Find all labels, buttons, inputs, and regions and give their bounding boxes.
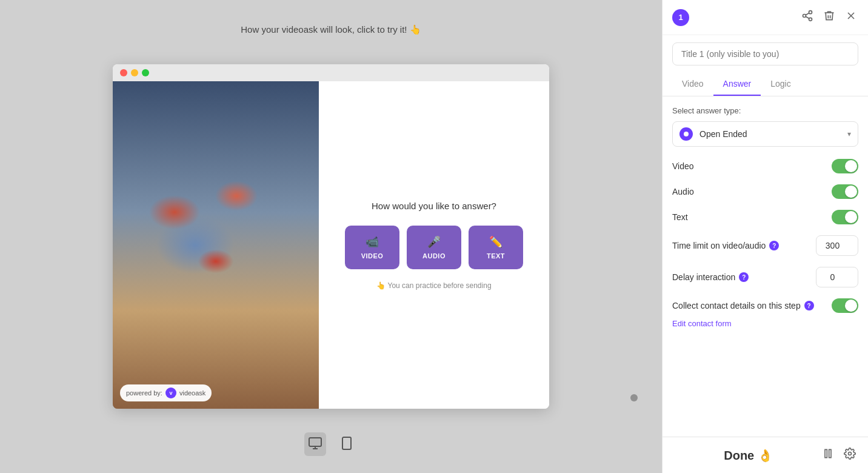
- audio-toggle[interactable]: [832, 184, 858, 199]
- audio-button-icon: 🎤: [427, 235, 441, 249]
- audio-answer-button[interactable]: 🎤 AUDIO: [407, 226, 461, 269]
- delay-label: Delay interaction ?: [672, 272, 749, 282]
- preview-area: How your videoask will look, click to tr…: [0, 0, 662, 473]
- svg-point-14: [849, 452, 852, 455]
- answer-type-wrapper: Open Ended Multiple Choice Rating Opinio…: [672, 121, 858, 147]
- videoask-label: videoask: [179, 389, 205, 397]
- practice-hint: 👆 You can practice before sending: [376, 281, 491, 290]
- collect-contact-label: Collect contact details on this step ?: [672, 301, 832, 310]
- panel-tabs: Video Answer Logic: [663, 73, 868, 96]
- video-button-icon: 📹: [366, 235, 379, 249]
- title-input[interactable]: [672, 42, 858, 65]
- audio-toggle-row: Audio: [672, 184, 858, 199]
- video-toggle-label: Video: [672, 161, 694, 171]
- svg-rect-13: [829, 449, 831, 457]
- svg-rect-0: [309, 438, 321, 446]
- dot-red: [120, 69, 127, 76]
- svg-point-7: [809, 18, 812, 21]
- view-toggle: [304, 432, 358, 456]
- panel-header: 1: [663, 0, 868, 35]
- header-icons: [800, 8, 858, 26]
- video-button-label: VIDEO: [361, 252, 384, 260]
- svg-line-9: [806, 13, 809, 15]
- answer-type-icon: [679, 127, 693, 141]
- time-limit-row: Time limit on video/audio ?: [672, 235, 858, 256]
- audio-button-label: AUDIO: [422, 252, 446, 260]
- dot-yellow: [131, 69, 138, 76]
- tab-logic[interactable]: Logic: [761, 73, 800, 96]
- mobile-view-button[interactable]: [336, 432, 358, 456]
- food-image: [113, 81, 319, 409]
- svg-line-8: [806, 16, 809, 18]
- edit-contact-form-link[interactable]: Edit contact form: [672, 319, 858, 328]
- svg-point-5: [809, 11, 812, 14]
- text-toggle-row: Text: [672, 210, 858, 224]
- browser-content: powered by: v videoask How would you lik…: [113, 81, 549, 409]
- delay-input[interactable]: [816, 267, 858, 287]
- time-limit-label: Time limit on video/audio ?: [672, 241, 779, 250]
- tab-video[interactable]: Video: [672, 73, 713, 96]
- right-panel: 1: [662, 0, 868, 473]
- svg-rect-12: [825, 449, 827, 457]
- text-button-icon: ✏️: [489, 235, 503, 249]
- text-answer-button[interactable]: ✏️ TEXT: [469, 226, 523, 269]
- collect-contact-row: Collect contact details on this step ?: [672, 298, 858, 313]
- desktop-view-button[interactable]: [304, 432, 326, 456]
- delay-help-icon[interactable]: ?: [739, 272, 749, 282]
- pause-button[interactable]: [822, 448, 834, 463]
- time-limit-input[interactable]: [816, 235, 858, 256]
- collect-contact-toggle[interactable]: [832, 298, 858, 313]
- answer-buttons: 📹 VIDEO 🎤 AUDIO ✏️ TEXT: [345, 226, 523, 269]
- powered-badge: powered by: v videoask: [120, 384, 212, 401]
- browser-window: powered by: v videoask How would you lik…: [113, 64, 549, 409]
- bottom-icons: [822, 448, 856, 463]
- time-limit-help-icon[interactable]: ?: [769, 241, 779, 250]
- video-toggle[interactable]: [832, 159, 858, 173]
- tab-answer[interactable]: Answer: [713, 73, 761, 96]
- text-toggle-label: Text: [672, 212, 688, 222]
- audio-toggle-label: Audio: [672, 187, 694, 196]
- share-button[interactable]: [800, 8, 815, 26]
- collect-help-icon[interactable]: ?: [804, 301, 814, 310]
- delay-row: Delay interaction ?: [672, 267, 858, 287]
- step-badge: 1: [672, 9, 689, 26]
- dot-green: [142, 69, 149, 76]
- delete-button[interactable]: [822, 8, 836, 26]
- bottom-bar: Done 👌: [663, 437, 868, 473]
- close-button[interactable]: [844, 8, 858, 26]
- answer-panel: How would you like to answer? 📹 VIDEO 🎤 …: [319, 81, 549, 409]
- powered-by-text: powered by:: [126, 389, 162, 397]
- settings-button[interactable]: [844, 448, 856, 463]
- text-button-label: TEXT: [487, 252, 505, 260]
- text-toggle[interactable]: [832, 210, 858, 224]
- video-toggle-row: Video: [672, 159, 858, 173]
- preview-hint: How your videoask will look, click to tr…: [241, 24, 421, 35]
- panel-body: Select answer type: Open Ended Multiple …: [663, 96, 868, 437]
- svg-point-6: [803, 15, 806, 18]
- answer-type-select[interactable]: Open Ended Multiple Choice Rating Opinio…: [672, 121, 858, 147]
- browser-bar: [113, 64, 549, 81]
- videoask-logo: v: [165, 387, 176, 398]
- video-panel: powered by: v videoask: [113, 81, 319, 409]
- done-button[interactable]: Done 👌: [675, 448, 822, 463]
- select-answer-type-label: Select answer type:: [672, 106, 858, 115]
- video-answer-button[interactable]: 📹 VIDEO: [345, 226, 399, 269]
- answer-question: How would you like to answer?: [372, 201, 496, 211]
